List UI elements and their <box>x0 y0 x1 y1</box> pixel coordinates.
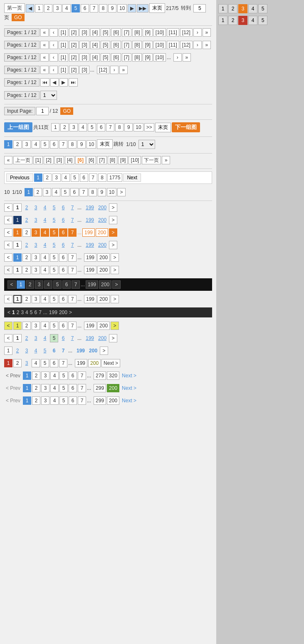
r16-p200[interactable]: 200 <box>96 228 108 237</box>
r10-p7[interactable]: 7 <box>59 140 67 149</box>
r14-p3[interactable]: 3 <box>32 203 40 212</box>
rp1-p2[interactable]: 2 <box>228 4 237 13</box>
r27-p1[interactable]: 1 <box>23 372 31 380</box>
r29-p200[interactable]: 200 <box>107 396 119 405</box>
r15-p7[interactable]: 7 <box>68 216 77 224</box>
r13-p2[interactable]: 2 <box>34 188 42 196</box>
nav-p8-2[interactable]: [8] <box>132 28 142 37</box>
r15-p200[interactable]: 200 <box>96 216 108 224</box>
r12-p7[interactable]: 7 <box>89 173 97 182</box>
r11-p3[interactable]: [3] <box>54 156 64 164</box>
r19-p4[interactable]: 4 <box>41 266 49 274</box>
r20-p5[interactable]: 5 <box>53 280 62 289</box>
r27-prev[interactable]: < Prev <box>4 372 22 380</box>
r26-p7[interactable]: 7 <box>59 359 67 367</box>
r20-p6[interactable]: 6 <box>62 280 71 289</box>
nav-p6-2[interactable]: [6] <box>111 28 121 37</box>
group-p4[interactable]: 4 <box>79 123 87 131</box>
r13-p10[interactable]: 10 <box>107 188 116 196</box>
last-page-btn[interactable]: 末页 <box>149 3 165 13</box>
r13-next[interactable]: > <box>117 188 126 196</box>
r14-prev[interactable]: < <box>4 203 12 212</box>
r27-p3[interactable]: 3 <box>41 372 49 380</box>
r25-p4[interactable]: 4 <box>32 347 40 355</box>
nav-p9-3[interactable]: [9] <box>143 41 152 49</box>
r20-p4[interactable]: 4 <box>44 280 52 289</box>
nav-p5-2[interactable]: [5] <box>101 28 110 37</box>
r11-p9[interactable]: [9] <box>118 156 128 164</box>
r23-p199[interactable]: 199 <box>84 322 96 330</box>
r12-p2[interactable]: 2 <box>43 173 52 182</box>
nav-p7-4[interactable]: [7] <box>122 53 131 62</box>
r14-p7[interactable]: 7 <box>68 203 77 212</box>
rp2-p1[interactable]: 1 <box>218 16 227 25</box>
page-1-btn[interactable]: 1 <box>35 4 43 12</box>
r29-p7[interactable]: 7 <box>78 396 86 405</box>
r11-p7[interactable]: [7] <box>97 156 106 164</box>
nav-p8-3[interactable]: [8] <box>132 41 142 49</box>
r22-p199[interactable]: 199 <box>49 310 57 315</box>
r21-p7[interactable]: 7 <box>68 295 77 303</box>
r23-p6[interactable]: 6 <box>59 322 67 330</box>
r23-p7[interactable]: 7 <box>68 322 77 330</box>
nav-p8-4[interactable]: [8] <box>132 53 142 62</box>
r29-p5[interactable]: 5 <box>59 396 68 405</box>
group-p10[interactable]: 10 <box>133 123 143 131</box>
r23-p4[interactable]: 4 <box>41 322 49 330</box>
r26-p5[interactable]: 5 <box>41 359 49 367</box>
r28-p5[interactable]: 5 <box>59 384 68 392</box>
r20-p199[interactable]: 199 <box>86 280 98 289</box>
r15-p5[interactable]: 5 <box>50 216 58 224</box>
r23-p200[interactable]: 200 <box>97 322 110 330</box>
nav-p3-5[interactable]: [3] <box>79 66 89 74</box>
r26-p3[interactable]: 3 <box>22 359 31 367</box>
r29-p3[interactable]: 3 <box>41 396 49 405</box>
nav-prev-3[interactable]: ‹ <box>49 41 58 49</box>
r26-next[interactable]: Next > <box>101 359 120 367</box>
nav-p10-3[interactable]: [10] <box>153 41 166 49</box>
r20-p1[interactable]: 1 <box>17 280 25 289</box>
r13-p9[interactable]: 9 <box>98 188 106 196</box>
input-page-field[interactable] <box>36 107 49 115</box>
r25-p5[interactable]: 5 <box>41 347 49 355</box>
r24-p200[interactable]: 200 <box>96 334 108 342</box>
r17-prev[interactable]: < <box>4 241 12 249</box>
nav-p1-5[interactable]: [1] <box>59 66 68 74</box>
r20-p3[interactable]: 3 <box>35 280 43 289</box>
nav-p1-2[interactable]: [1] <box>59 28 68 37</box>
r25-p199[interactable]: 199 <box>75 347 87 355</box>
rp2-p3[interactable]: 3 <box>238 16 247 25</box>
r19-p1[interactable]: 1 <box>13 266 22 274</box>
nav-p10-4[interactable]: [10] <box>153 53 166 62</box>
r29-next[interactable]: Next > <box>120 396 138 405</box>
nav-p3-2[interactable]: [3] <box>79 28 89 37</box>
r20-prev[interactable]: < <box>7 280 16 289</box>
r16-p7[interactable]: 7 <box>68 228 77 237</box>
group-p2[interactable]: 2 <box>60 123 69 131</box>
r26-p200[interactable]: 200 <box>88 359 101 367</box>
r11-p10[interactable]: [10] <box>129 156 141 164</box>
r14-p199[interactable]: 199 <box>84 203 96 212</box>
jump-input[interactable] <box>193 4 206 12</box>
rp1-p4[interactable]: 4 <box>248 4 257 13</box>
r11-p4[interactable]: [4] <box>65 156 74 164</box>
r26-p1[interactable]: 1 <box>4 359 12 367</box>
r11-p1[interactable]: [1] <box>33 156 43 164</box>
r12-p8[interactable]: 8 <box>98 173 106 182</box>
r15-p4[interactable]: 4 <box>41 216 49 224</box>
r13-p1[interactable]: 1 <box>25 188 33 196</box>
r28-p7[interactable]: 7 <box>78 384 86 392</box>
r29-p299[interactable]: 299 <box>94 396 106 405</box>
r10-p1[interactable]: 1 <box>4 140 12 149</box>
r15-p2[interactable]: 2 <box>22 216 31 224</box>
r16-p5[interactable]: 5 <box>50 228 58 237</box>
nav-p11-2[interactable]: [11] <box>167 28 179 37</box>
r12-prev[interactable]: Previous <box>6 173 33 182</box>
r22-p3[interactable]: 3 <box>21 310 24 315</box>
r14-p5[interactable]: 5 <box>50 203 58 212</box>
r24-p2[interactable]: 2 <box>22 334 31 342</box>
r18-p199[interactable]: 199 <box>84 253 96 262</box>
nav-last-2[interactable]: » <box>203 28 211 37</box>
r23-p2[interactable]: 2 <box>22 322 31 330</box>
r21-p199[interactable]: 199 <box>84 295 96 303</box>
